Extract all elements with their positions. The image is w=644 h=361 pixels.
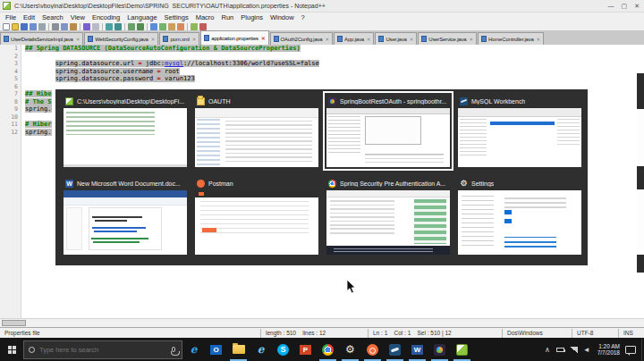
tray-clock[interactable]: 1:20 AM 7/7/2018 — [597, 343, 620, 357]
tab-close-icon[interactable]: ✕ — [469, 37, 473, 42]
switcher-window-settings[interactable]: ⚙ Settings — [454, 173, 585, 258]
menu-macro[interactable]: Macro — [192, 13, 218, 22]
tab-pom-xml[interactable]: pom.xml ✕ — [159, 32, 199, 45]
tab-close-icon[interactable]: ✕ — [261, 36, 266, 41]
tab-userservice-java[interactable]: UserService.java ✕ — [418, 32, 477, 45]
show-all-characters-icon[interactable] — [159, 23, 166, 30]
close-button[interactable]: ✕ — [634, 2, 640, 11]
monitor-icon[interactable] — [199, 23, 207, 30]
word-wrap-icon[interactable] — [150, 23, 157, 30]
menu-search[interactable]: Search — [38, 13, 67, 22]
menu-plugins[interactable]: Plugins — [237, 13, 267, 22]
taskbar-icon-edge[interactable]: e — [182, 338, 205, 361]
switcher-window-explorer-oauth[interactable]: OAUTH — [191, 91, 322, 171]
switcher-window-mysql-workbench[interactable]: MySQL Workbench — [454, 91, 585, 171]
microphone-icon[interactable] — [172, 347, 175, 352]
taskbar-icon-outlook[interactable]: O — [205, 338, 227, 361]
taskbar-icon-mysql-workbench[interactable] — [384, 338, 406, 361]
switcher-window-chrome[interactable]: Spring Security Pre Authentication A... — [323, 173, 453, 258]
tab-application-properties[interactable]: application.properties ✕ — [200, 30, 268, 45]
spring-tool-suite-icon — [434, 344, 445, 356]
taskbar-icon-sts[interactable] — [428, 338, 451, 361]
find-icon[interactable] — [106, 23, 113, 30]
tab-close-icon[interactable]: ✕ — [192, 37, 197, 42]
switcher-window-sts[interactable]: SpringBootRestOAuth - springboothr... — [323, 91, 453, 171]
switcher-window-postman[interactable]: Postman — [191, 173, 322, 258]
save-all-icon[interactable] — [30, 23, 37, 30]
tab-close-icon[interactable]: ✕ — [367, 37, 371, 42]
tab-userdetailsserviceimpl[interactable]: UserDetailsServiceImpl.java ✕ — [0, 32, 83, 45]
redo-icon[interactable] — [92, 23, 99, 30]
undo-icon[interactable] — [83, 23, 90, 30]
powerpoint-icon: P — [300, 345, 311, 355]
network-icon[interactable] — [570, 347, 578, 353]
menu-settings[interactable]: Settings — [161, 13, 192, 22]
taskbar-icon-postman[interactable] — [361, 338, 384, 361]
new-file-icon[interactable] — [3, 23, 10, 30]
search-input[interactable] — [39, 346, 172, 354]
tab-websecurityconfig[interactable]: WebSecurityConfig.java ✕ — [84, 32, 158, 45]
windows-logo-icon — [8, 346, 12, 349]
menu-file[interactable]: File — [2, 13, 20, 22]
maximize-button[interactable]: ▢ — [622, 2, 628, 11]
open-file-icon[interactable] — [12, 23, 19, 30]
battery-icon[interactable] — [556, 348, 564, 352]
menu-language[interactable]: Language — [123, 13, 160, 22]
document-icon — [337, 36, 343, 42]
tab-user-java[interactable]: User.java ✕ — [375, 32, 417, 45]
switcher-window-word[interactable]: W New Microsoft Word Document.doc... — [60, 173, 191, 258]
minimize-button[interactable]: — — [608, 2, 614, 11]
start-button[interactable] — [0, 338, 23, 361]
tab-close-icon[interactable]: ✕ — [76, 37, 80, 42]
tab-close-icon[interactable]: ✕ — [151, 37, 156, 42]
taskbar-icon-file-explorer[interactable] — [227, 338, 250, 361]
related-links-column — [414, 199, 446, 244]
action-center-icon[interactable] — [625, 346, 636, 354]
eol-format: Dos\Windows — [503, 329, 572, 338]
menu-encoding[interactable]: Encoding — [89, 13, 123, 22]
replace-icon[interactable] — [114, 23, 122, 30]
tab-app-java[interactable]: App.java ✕ — [334, 32, 374, 45]
menu-run[interactable]: Run — [218, 13, 238, 22]
menu-edit[interactable]: Edit — [20, 13, 38, 22]
tab-oauth2config[interactable]: OAuth2Config.java ✕ — [270, 32, 334, 45]
send-button-block — [202, 228, 216, 232]
tab-close-icon[interactable]: ✕ — [537, 37, 541, 42]
system-tray: ∧ ◄ 1:20 AM 7/7/2018 — [541, 338, 644, 361]
cut-icon[interactable] — [52, 23, 59, 30]
link-rows — [504, 237, 556, 249]
save-icon[interactable] — [21, 23, 28, 30]
copy-icon[interactable] — [61, 23, 68, 30]
taskbar-icon-notepadpp[interactable] — [451, 338, 473, 361]
document-icon — [274, 36, 279, 42]
menu-window[interactable]: Window — [267, 13, 298, 22]
paste-icon[interactable] — [70, 23, 77, 30]
tray-expand-icon[interactable]: ∧ — [541, 346, 554, 354]
chrome-icon — [322, 344, 334, 356]
print-icon[interactable] — [38, 23, 46, 30]
taskbar-icon-internet-explorer[interactable]: e — [250, 338, 272, 361]
word-nav-pane — [66, 207, 82, 250]
tab-homecontroller-java[interactable]: HomeController.java ✕ — [478, 32, 544, 45]
volume-icon[interactable]: ◄ — [583, 346, 590, 354]
taskbar-icon-settings[interactable]: ⚙ — [339, 338, 361, 361]
desktop-screen: C:\Users\vboyina\Desktop\DesktopFiles\De… — [0, 0, 644, 361]
function-list-icon[interactable] — [191, 23, 198, 30]
tab-close-icon[interactable]: ✕ — [410, 37, 414, 42]
taskbar-icon-word[interactable]: W — [406, 338, 428, 361]
switcher-window-notepadpp[interactable]: C:\Users\vboyina\Desktop\DesktopFi... — [60, 91, 191, 171]
macro-record-icon[interactable] — [168, 23, 175, 30]
taskbar-search[interactable] — [23, 340, 182, 359]
taskbar-icon-skype[interactable]: S — [272, 338, 294, 361]
taskbar-icon-chrome[interactable] — [317, 338, 339, 361]
menu-view[interactable]: View — [67, 13, 89, 22]
menu-help[interactable]: ? — [298, 13, 309, 22]
horizontal-scrollbar[interactable] — [0, 318, 644, 327]
taskbar-icon-powerpoint[interactable]: P — [294, 338, 317, 361]
scrollbar-thumb[interactable] — [2, 320, 26, 326]
edge-icon: e — [191, 343, 198, 356]
tab-close-icon[interactable]: ✕ — [325, 37, 329, 42]
zoom-in-icon[interactable] — [128, 23, 135, 30]
macro-playback-icon[interactable] — [177, 23, 184, 30]
zoom-out-icon[interactable] — [137, 23, 144, 30]
